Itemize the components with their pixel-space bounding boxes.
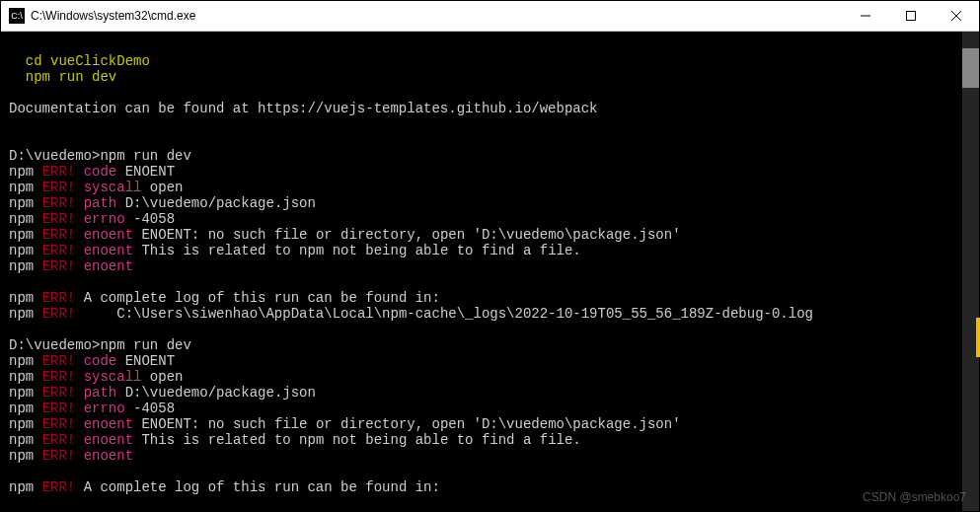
err-tag: ERR! — [42, 164, 76, 180]
log-path: C:\Users\siwenhao\AppData\Local\npm-cach… — [75, 306, 813, 322]
edge-decoration — [976, 318, 980, 357]
cmd-window: C:\ C:\Windows\system32\cmd.exe cd vueCl… — [0, 0, 980, 512]
scroll-up-arrow[interactable] — [962, 32, 979, 48]
scrollbar[interactable] — [962, 32, 979, 511]
prompt-line: D:\vuedemo>npm run dev — [9, 148, 191, 164]
prompt-line-2: D:\vuedemo>npm run dev — [9, 337, 191, 353]
cmd-icon: C:\ — [9, 8, 25, 24]
cmd-npm-run: npm run dev — [26, 69, 116, 85]
scroll-thumb[interactable] — [962, 48, 979, 88]
terminal-area: cd vueClickDemo npm run dev Documentatio… — [1, 32, 979, 511]
close-button[interactable] — [934, 1, 979, 31]
watermark: CSDN @smebkoo7 — [863, 490, 966, 504]
window-controls — [843, 1, 979, 31]
terminal-output[interactable]: cd vueClickDemo npm run dev Documentatio… — [1, 32, 962, 511]
minimize-button[interactable] — [843, 1, 888, 31]
maximize-button[interactable] — [888, 1, 934, 31]
svg-rect-1 — [907, 12, 916, 21]
window-title: C:\Windows\system32\cmd.exe — [31, 9, 843, 23]
doc-line: Documentation can be found at https://vu… — [9, 101, 598, 116]
cmd-cd: cd vueClickDemo — [26, 53, 150, 69]
titlebar[interactable]: C:\ C:\Windows\system32\cmd.exe — [1, 1, 979, 32]
